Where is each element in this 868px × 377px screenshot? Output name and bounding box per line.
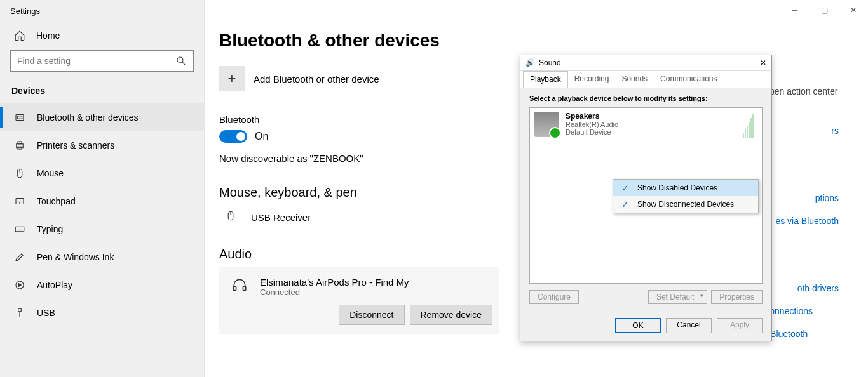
ok-button[interactable]: OK	[615, 318, 661, 333]
device-name: USB Receiver	[251, 212, 311, 223]
home-nav[interactable]: Home	[0, 21, 204, 50]
svg-rect-3	[17, 144, 24, 148]
svg-point-0	[177, 57, 183, 63]
check-icon: ✓	[620, 199, 631, 210]
remove-device-button[interactable]: Remove device	[410, 305, 493, 325]
sidebar-item-autoplay[interactable]: AutoPlay	[0, 271, 204, 299]
headphones-icon	[228, 277, 251, 296]
sidebar-item-typing[interactable]: Typing	[0, 215, 204, 243]
playback-device-list[interactable]: Speakers Realtek(R) Audio Default Device…	[529, 107, 763, 284]
dialog-tabs: Playback Recording Sounds Communications	[520, 71, 771, 88]
search-box[interactable]	[10, 50, 194, 72]
sound-dialog-icon: 🔊	[526, 58, 535, 67]
sidebar-item-mouse[interactable]: Mouse	[0, 159, 204, 187]
printer-icon	[14, 140, 25, 151]
section-header: Devices	[0, 82, 204, 103]
ctx-label: Show Disconnected Devices	[637, 200, 734, 209]
audio-device-status: Connected	[260, 288, 409, 297]
sidebar-item-label: Bluetooth & other devices	[37, 112, 139, 122]
mouse-device-icon	[219, 210, 242, 224]
sidebar-item-label: USB	[37, 308, 55, 318]
app-title: Settings	[0, 0, 204, 21]
cancel-button[interactable]: Cancel	[666, 318, 712, 333]
sidebar-item-pen[interactable]: Pen & Windows Ink	[0, 243, 204, 271]
home-icon	[14, 30, 25, 41]
pen-icon	[14, 251, 25, 263]
configure-button[interactable]: Configure	[529, 290, 579, 304]
page-title: Bluetooth & other devices	[219, 30, 868, 51]
sidebar-item-bluetooth[interactable]: Bluetooth & other devices	[0, 103, 204, 131]
properties-button[interactable]: Properties	[711, 290, 763, 304]
mouse-icon	[14, 168, 25, 179]
usb-icon	[14, 307, 25, 319]
dialog-instruction: Select a playback device below to modify…	[529, 95, 763, 102]
toggle-state: On	[255, 131, 268, 142]
bluetooth-toggle[interactable]	[219, 130, 247, 143]
apply-button[interactable]: Apply	[717, 318, 763, 333]
svg-rect-18	[233, 286, 236, 291]
dialog-close-button[interactable]: ✕	[760, 58, 766, 67]
sidebar-item-label: AutoPlay	[37, 280, 72, 290]
touchpad-icon	[14, 195, 25, 207]
check-icon: ✓	[620, 182, 631, 194]
ctx-show-disconnected[interactable]: ✓ Show Disconnected Devices	[613, 196, 758, 213]
svg-rect-2	[17, 116, 22, 119]
search-input[interactable]	[17, 56, 175, 66]
sidebar-item-label: Mouse	[37, 168, 64, 178]
sidebar-item-label: Typing	[37, 224, 63, 234]
sidebar-item-label: Printers & scanners	[37, 140, 114, 150]
context-menu: ✓ Show Disabled Devices ✓ Show Disconnec…	[613, 179, 759, 213]
speaker-icon	[534, 112, 559, 137]
sound-dialog: 🔊 Sound ✕ Playback Recording Sounds Comm…	[520, 55, 772, 341]
svg-rect-4	[18, 142, 22, 144]
ctx-show-disabled[interactable]: ✓ Show Disabled Devices	[613, 180, 758, 196]
ctx-label: Show Disabled Devices	[637, 183, 717, 192]
sidebar-item-label: Pen & Windows Ink	[37, 252, 114, 262]
svg-rect-11	[15, 227, 24, 232]
dialog-titlebar: 🔊 Sound ✕	[520, 55, 771, 71]
tab-sounds[interactable]: Sounds	[615, 71, 654, 88]
level-meter-icon	[743, 113, 757, 138]
tab-playback[interactable]: Playback	[523, 71, 568, 88]
tab-communications[interactable]: Communications	[654, 71, 723, 88]
svg-rect-14	[18, 308, 22, 312]
disconnect-button[interactable]: Disconnect	[339, 305, 404, 325]
add-device-label: Add Bluetooth or other device	[254, 74, 379, 84]
dialog-title: Sound	[539, 58, 561, 67]
device-driver: Realtek(R) Audio	[566, 121, 618, 128]
keyboard-icon	[14, 223, 25, 235]
tab-recording[interactable]: Recording	[568, 71, 616, 88]
svg-rect-19	[243, 286, 245, 291]
audio-device-card: Elsimanata's AirPods Pro - Find My Conne…	[219, 267, 499, 334]
audio-device-name: Elsimanata's AirPods Pro - Find My	[260, 277, 409, 288]
playback-device-speakers[interactable]: Speakers Realtek(R) Audio Default Device	[534, 112, 758, 137]
search-icon	[175, 55, 187, 67]
sidebar-item-touchpad[interactable]: Touchpad	[0, 187, 204, 215]
plus-icon: +	[228, 70, 236, 87]
sidebar-item-usb[interactable]: USB	[0, 299, 204, 327]
home-label: Home	[36, 30, 60, 41]
add-device-button[interactable]: +	[219, 66, 245, 91]
device-name: Speakers	[566, 112, 618, 121]
set-default-button[interactable]: Set Default	[648, 290, 707, 304]
sidebar-item-printers[interactable]: Printers & scanners	[0, 131, 204, 159]
sidebar: Settings Home Devices Bluetooth & other …	[0, 0, 205, 377]
bluetooth-icon	[14, 112, 25, 123]
autoplay-icon	[14, 279, 25, 291]
device-airpods[interactable]: Elsimanata's AirPods Pro - Find My Conne…	[226, 274, 492, 305]
sidebar-item-label: Touchpad	[37, 196, 76, 206]
device-default: Default Device	[566, 128, 618, 136]
